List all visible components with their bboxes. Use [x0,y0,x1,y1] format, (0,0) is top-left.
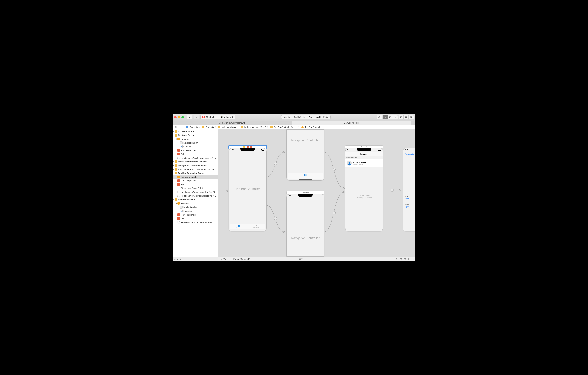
disclosure-triangle-icon[interactable]: ▶ [173,131,175,132]
outline-row[interactable]: ▼Contacts Scene [173,133,218,137]
outline-row[interactable]: →Storyboard Entry Point [173,186,218,190]
new-tab-button[interactable]: + [411,121,415,125]
outline-list[interactable]: ▶Contacts Scene▼Contacts Scene▼ContactsN… [173,130,218,257]
tab-label: Main.storyboard [344,122,359,124]
pin-icon[interactable]: ⊩ [408,258,410,261]
align-icon[interactable]: ⊟ [404,258,406,261]
zoom-out-button[interactable]: − [295,258,297,261]
jump-item[interactable]: Main.storyboard (Base) [244,126,266,128]
chevron-right-icon: 〉 [379,162,381,164]
storyboard-canvas[interactable]: 9:41 Tab Bar Controller 👥Contacts ♥Favor… [218,130,415,256]
jump-item[interactable]: Tab Bar Controller [305,126,322,128]
outline-row[interactable]: Exit [173,183,218,186]
disclosure-triangle-icon[interactable]: ▼ [175,138,177,140]
activity-status[interactable]: Contacts | Build Contacts: Succeeded | 1… [281,115,331,119]
outline-row[interactable]: ▶Tab Bar Controller [173,175,218,179]
jump-item[interactable]: Main.storyboard [222,126,237,128]
disclosure-triangle-icon[interactable]: ▼ [173,134,175,136]
phone-nav-controller-2[interactable]: 9:41 Navigation Controller [286,194,324,256]
jump-item[interactable]: Contacts [190,126,198,128]
outline-row[interactable]: ★Favorites [173,209,218,213]
standard-editor-button[interactable]: ≡ [383,115,388,119]
version-editor-button[interactable]: ↔ [393,115,398,119]
back-button[interactable]: 〈 Contacts [404,153,414,156]
right-panel-toggle[interactable]: ◨ [409,115,414,119]
tab-storyboard[interactable]: Main.storyboard [292,121,411,125]
chevron-right-icon: 〉 [217,115,219,119]
jump-bar[interactable]: ▦ 〈 〉 Contacts〉 Contacts〉 Main.storyboar… [173,125,415,130]
zoom-in-button[interactable]: + [306,258,308,261]
email-label: Email [405,196,409,197]
disclosure-triangle-icon[interactable]: ▶ [175,176,177,178]
outline-row[interactable]: Exit [173,217,218,221]
forward-button[interactable]: 〉 [182,126,185,129]
library-button[interactable]: ◎ [377,115,382,119]
tv-subtitle: Prototype Content [345,197,383,199]
tab-swift-file[interactable]: ContactsViewController.swift [173,121,292,125]
jump-item[interactable]: Contacts [206,126,214,128]
outline-row[interactable]: First Responder [173,148,218,152]
outline-row[interactable]: Navigation Bar [173,141,218,145]
update-frames-icon[interactable]: ⟳ [396,258,398,261]
outline-row[interactable]: ▶Edit Contact View Controller Scene [173,167,218,171]
panel-toggle-segment[interactable]: ◧ ⬓ ◨ [399,115,414,119]
tab-item-favorites[interactable]: ♥Favorites [248,224,265,229]
phone-contacts-list[interactable]: 9:41 Contacts Prototype Cells 👤 Name Sur… [345,148,383,232]
outline-row[interactable]: ▼Favorites [173,201,218,205]
jump-item[interactable]: Tab Bar Controller Scene [274,126,297,128]
outline-toggle-icon[interactable]: ▭ [220,258,222,261]
scheme-icon: 🅰️ [202,116,205,119]
disclosure-triangle-icon[interactable]: ▼ [173,172,175,174]
outline-row[interactable]: ▶Navigation Controller Scene [173,164,218,167]
disclosure-triangle-icon[interactable]: ▶ [173,168,175,170]
stop-button[interactable]: ■ [194,115,199,119]
disclosure-triangle-icon[interactable]: ▼ [173,199,175,201]
embed-icon[interactable]: ⊞ [400,258,402,261]
close-window-button[interactable] [174,116,177,118]
avatar-icon: 👤 [347,161,352,165]
run-button[interactable]: ▶ [187,115,192,119]
assistant-editor-button[interactable]: ◧ [388,115,393,119]
outline-row[interactable]: ▼Contacts [173,137,218,141]
outline-row[interactable]: ▼Favorites Scene [173,198,218,201]
phone-detail[interactable]: 9:41 〈 Contacts Email email Phone 1-(234 [403,148,415,232]
outline-row[interactable]: ▶Contacts Scene [173,130,218,133]
outline-row[interactable]: Navigation Bar [173,205,218,209]
editor-mode-segment[interactable]: ≡ ◧ ↔ [383,115,398,119]
disclosure-triangle-icon[interactable]: ▶ [173,165,175,166]
outline-filter: ⊜ [173,257,218,261]
tab-item-contacts[interactable]: 👥Contacts [300,174,311,179]
outline-row[interactable]: ▶Detail View Controller Scene [173,160,218,164]
phone-tabbar-controller[interactable]: 9:41 Tab Bar Controller 👥Contacts ♥Favor… [229,148,267,232]
prototype-cell[interactable]: 👤 Name Surname Position, Company 〉 [345,159,383,167]
notch-icon [240,148,255,151]
zoom-window-button[interactable] [181,116,184,118]
scene-dot-icon [247,146,249,148]
disclosure-triangle-icon[interactable]: ▶ [173,161,175,163]
filter-icon: ⊜ [174,258,176,261]
storyboard-icon [241,126,243,128]
outline-row[interactable]: Relationship "root view controller" t… [173,156,218,160]
tab-item-contacts[interactable]: 👥Contacts [230,224,248,229]
scheme-selector[interactable]: 🅰️ Contacts 〉 📱 iPhone X [200,115,235,119]
outline-row[interactable]: ▼Tab Bar Controller Scene [173,171,218,175]
phone-nav-controller-1[interactable]: Navigation Controller 👥Contacts [286,130,324,181]
back-button[interactable]: 〈 [178,126,181,129]
outline-row[interactable]: Relationship "root view controller" t… [173,221,218,224]
outline-row[interactable]: First Responder [173,179,218,183]
cell-name: Name Surname [353,162,378,164]
left-panel-toggle[interactable]: ◧ [399,115,404,119]
outline-row[interactable]: Relationship "view controllers" to "… [173,194,218,198]
view-as-label[interactable]: View as: iPhone Xs (wC hR) [223,258,251,261]
outline-row[interactable]: Relationship "view controllers" to "It… [173,190,218,194]
filter-input[interactable] [177,258,217,261]
related-items-button[interactable]: ▦ [174,126,177,129]
outline-row[interactable]: Exit [173,152,218,156]
disclosure-triangle-icon[interactable]: ▼ [175,202,177,204]
outline-row[interactable]: ★Contacts [173,145,218,148]
outline-row[interactable]: First Responder [173,213,218,217]
resolve-icon[interactable]: △ [412,258,414,261]
minimize-window-button[interactable] [178,116,180,118]
bottom-panel-toggle[interactable]: ⬓ [404,115,409,119]
canvas-bottom-bar: ▭ View as: iPhone Xs (wC hR) − 60% + ⟳ ⊞… [218,256,415,261]
